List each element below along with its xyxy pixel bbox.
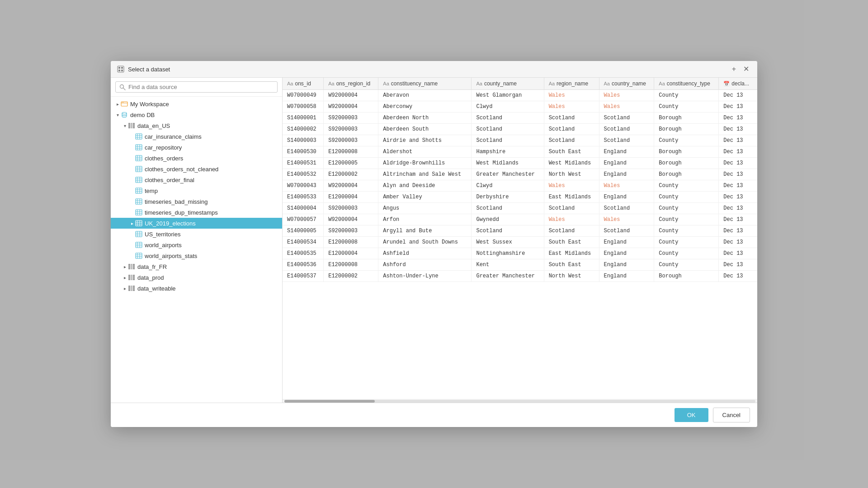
col-label: region_name (557, 80, 588, 87)
table-row[interactable]: E14000535E12000004AshfieldNottinghamshir… (283, 248, 757, 259)
col-header-country_name[interactable]: Aacountry_name (599, 78, 654, 90)
cell-declared: Dec 13 (719, 158, 757, 169)
schema-icon (128, 274, 135, 281)
table-row[interactable]: W07000049W92000004AberavonWest Glamorgan… (283, 90, 757, 101)
cell-ons_id: E14000531 (283, 158, 324, 169)
table-icon (135, 252, 142, 259)
table-row[interactable]: E14000534E12000008Arundel and South Down… (283, 237, 757, 248)
col-type-icon: Aa (604, 81, 610, 86)
cell-ons_region_id: E12000002 (324, 271, 378, 282)
cell-declared: Dec 13 (719, 259, 757, 271)
svg-rect-47 (136, 199, 142, 204)
tree-item-world-airports[interactable]: world_airports (111, 239, 282, 250)
tree-item-clothes-orders-nc[interactable]: clothes_orders_not_cleaned (111, 164, 282, 174)
cell-region_name: West Midlands (544, 158, 599, 169)
tree-item-timeseries-bad[interactable]: timeseries_bad_missing (111, 196, 282, 207)
table-row[interactable]: S14000003S92000003Airdrie and ShottsScot… (283, 135, 757, 146)
cell-country_name: Scotland (599, 124, 654, 135)
col-header-constituency_name[interactable]: Aaconstituency_name (378, 78, 472, 90)
tree-item-data-en-us[interactable]: ▾ data_en_US (111, 120, 282, 131)
cell-country_name: Scotland (599, 203, 654, 214)
cell-ons_region_id: W92000004 (324, 180, 378, 192)
table-icon (135, 187, 142, 194)
svg-rect-57 (136, 221, 142, 226)
table-row[interactable]: S14000001S92000003Aberdeen NorthScotland… (283, 113, 757, 124)
tree-item-data-prod[interactable]: ▸ data_prod (111, 272, 282, 283)
col-header-county_name[interactable]: Aacounty_name (472, 78, 544, 90)
tree-item-world-airports-stats[interactable]: world_airports_stats (111, 250, 282, 261)
col-type-icon: Aa (328, 81, 334, 86)
tree-item-uk-2019[interactable]: ▸ UK_2019_elections (111, 218, 282, 229)
search-input[interactable] (128, 84, 274, 90)
expand-arrow: ▸ (114, 102, 121, 107)
dialog-title-actions: + ✕ (730, 65, 751, 74)
expand-arrow: ▸ (122, 275, 128, 280)
table-row[interactable]: E14000536E12000008AshfordKentSouth EastE… (283, 259, 757, 271)
table-row[interactable]: W07000058W92000004AberconwyClwydWalesWal… (283, 101, 757, 113)
table-row[interactable]: S14000005S92000003Argyll and ButeScotlan… (283, 225, 757, 237)
cell-country_name: Scotland (599, 225, 654, 237)
cell-constituency_name: Ashford (378, 259, 472, 271)
table-row[interactable]: S14000004S92000003AngusScotlandScotlandS… (283, 203, 757, 214)
col-header-region_name[interactable]: Aaregion_name (544, 78, 599, 90)
svg-rect-2 (118, 70, 120, 71)
cell-ons_region_id: E12000008 (324, 259, 378, 271)
cell-region_name: Scotland (544, 113, 599, 124)
cell-constituency_name: Aldershot (378, 146, 472, 158)
cell-country_name: England (599, 248, 654, 259)
table-row[interactable]: E14000533E12000004Amber ValleyDerbyshire… (283, 192, 757, 203)
cell-ons_region_id: E12000008 (324, 146, 378, 158)
tree-item-label: data_writeable (137, 285, 176, 292)
tree-item-data-fr-fr[interactable]: ▸ data_fr_FR (111, 261, 282, 272)
dialog-add-button[interactable]: + (730, 65, 738, 74)
dialog-title-left: Select a dataset (117, 66, 170, 73)
table-row[interactable]: W07000043W92000004Alyn and DeesideClwydW… (283, 180, 757, 192)
col-header-ons_region_id[interactable]: Aaons_region_id (324, 78, 378, 90)
tree-item-data-writeable[interactable]: ▸ data_writeable (111, 283, 282, 294)
cell-county_name: Nottinghamshire (472, 248, 544, 259)
cell-declared: Dec 13 (719, 90, 757, 101)
tree-item-label: US_territories (145, 231, 180, 238)
tree-item-car-insurance[interactable]: car_insurance_claims (111, 131, 282, 142)
tree-item-demo-db[interactable]: ▾ demo DB (111, 109, 282, 120)
cancel-button[interactable]: Cancel (713, 408, 750, 422)
svg-rect-32 (136, 166, 142, 172)
cell-constituency_type: County (654, 248, 719, 259)
col-header-constituency_type[interactable]: Aaconstituency_type (654, 78, 719, 90)
tree-item-timeseries-dup[interactable]: timeseries_dup_timestamps (111, 207, 282, 218)
tree-item-my-workspace[interactable]: ▸ My Workspace (111, 99, 282, 109)
table-icon (135, 241, 142, 249)
tree-item-car-repository[interactable]: car_repository (111, 142, 282, 153)
svg-rect-0 (118, 66, 124, 72)
cell-ons_id: W07000049 (283, 90, 324, 101)
cell-ons_region_id: S92000003 (324, 113, 378, 124)
cell-declared: Dec 13 (719, 271, 757, 282)
cell-county_name: Scotland (472, 135, 544, 146)
col-header-declared[interactable]: 📅decla... (719, 78, 757, 90)
tree-item-temp[interactable]: temp (111, 185, 282, 196)
col-label: constituency_type (667, 80, 710, 87)
col-type-icon: Aa (383, 81, 389, 86)
scrollbar-thumb[interactable] (284, 400, 375, 403)
col-header-ons_id[interactable]: Aaons_id (283, 78, 324, 90)
cell-region_name: Scotland (544, 203, 599, 214)
table-row[interactable]: E14000537E12000002Ashton-Under-LyneGreat… (283, 271, 757, 282)
table-row[interactable]: E14000531E12000005Aldridge-BrownhillsWes… (283, 158, 757, 169)
table-container[interactable]: Aaons_idAaons_region_idAaconstituency_na… (283, 78, 757, 399)
table-icon (135, 198, 142, 205)
cell-county_name: Scotland (472, 203, 544, 214)
ok-button[interactable]: OK (675, 408, 708, 422)
table-row[interactable]: E14000530E12000008AldershotHampshireSout… (283, 146, 757, 158)
cell-country_name: Wales (599, 214, 654, 225)
table-row[interactable]: E14000532E12000002Altrincham and Sale We… (283, 169, 757, 180)
dialog-close-button[interactable]: ✕ (741, 65, 751, 74)
cell-constituency_name: Aberavon (378, 90, 472, 101)
horizontal-scrollbar[interactable] (283, 399, 757, 403)
tree-item-clothes-order-final[interactable]: clothes_order_final (111, 174, 282, 185)
table-row[interactable]: S14000002S92000003Aberdeen SouthScotland… (283, 124, 757, 135)
cell-country_name: England (599, 192, 654, 203)
search-input-wrapper[interactable] (115, 81, 278, 93)
table-row[interactable]: W07000057W92000004ArfonGwyneddWalesWales… (283, 214, 757, 225)
tree-item-clothes-orders[interactable]: clothes_orders (111, 153, 282, 164)
tree-item-us-territories[interactable]: US_territories (111, 229, 282, 239)
